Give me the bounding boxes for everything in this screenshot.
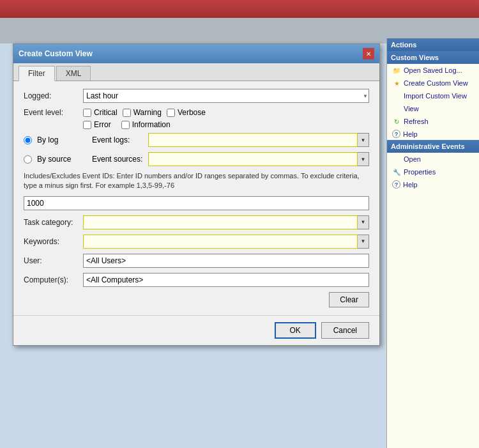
properties-item[interactable]: 🔧 Properties xyxy=(387,166,479,178)
event-level-row1: Event level: Critical Warning Verbose xyxy=(24,108,369,117)
event-logs-input[interactable] xyxy=(148,133,358,147)
critical-checkbox-group: Critical xyxy=(83,108,118,117)
cancel-button[interactable]: Cancel xyxy=(321,322,369,339)
computers-row: Computer(s): xyxy=(24,273,369,287)
user-label: User: xyxy=(24,256,78,265)
task-category-dropdown-btn[interactable]: ▼ xyxy=(358,215,369,229)
critical-checkbox[interactable] xyxy=(83,109,91,117)
view-label: View xyxy=(404,105,419,112)
event-id-input[interactable] xyxy=(24,196,369,210)
event-sources-dropdown-btn[interactable]: ▼ xyxy=(358,152,369,166)
event-logs-wrapper: ▼ xyxy=(148,133,369,147)
event-logs-label: Event logs: xyxy=(92,135,143,144)
logged-select-wrapper: Last hour Any time Last 12 hours Last 24… xyxy=(83,89,369,103)
dialog-title: Create Custom View xyxy=(19,49,93,58)
tab-xml[interactable]: XML xyxy=(56,66,91,81)
warning-checkbox-group: Warning xyxy=(123,108,162,117)
verbose-checkbox[interactable] xyxy=(167,109,175,117)
by-log-row: By log Event logs: ▼ xyxy=(24,133,369,147)
help-icon-2: ? xyxy=(392,180,400,189)
keywords-input[interactable] xyxy=(83,235,358,249)
user-input[interactable] xyxy=(83,254,369,268)
event-level-row2: Error Information xyxy=(83,120,369,129)
tab-filter[interactable]: Filter xyxy=(19,66,55,81)
admin-events-section: Administrative Events Open 🔧 Properties … xyxy=(387,140,479,190)
admin-events-header: Administrative Events xyxy=(387,140,479,153)
dialog-titlebar: Create Custom View ✕ xyxy=(13,44,379,63)
information-checkbox-group: Information xyxy=(121,120,171,129)
open-item[interactable]: Open xyxy=(387,153,479,166)
by-source-row: By source Event sources: ▼ xyxy=(24,152,369,166)
logged-select[interactable]: Last hour Any time Last 12 hours Last 24… xyxy=(83,89,369,103)
refresh-label: Refresh xyxy=(404,118,429,125)
actions-header: Actions xyxy=(387,38,479,51)
by-source-label: By source xyxy=(37,155,87,164)
ok-button[interactable]: OK xyxy=(275,322,316,339)
properties-icon: 🔧 xyxy=(392,167,401,176)
critical-label: Critical xyxy=(94,108,118,117)
star-icon: ★ xyxy=(392,79,401,88)
help-label-1: Help xyxy=(403,130,418,138)
error-checkbox-group: Error xyxy=(83,120,111,129)
task-category-label: Task category: xyxy=(24,218,78,227)
task-category-input[interactable] xyxy=(83,215,358,229)
dialog-footer: OK Cancel xyxy=(13,315,379,345)
view-icon xyxy=(392,104,401,113)
log-source-section: By log Event logs: ▼ By source Event sou… xyxy=(24,133,369,166)
refresh-icon: ↻ xyxy=(392,117,401,126)
folder-icon: 📁 xyxy=(392,66,401,75)
create-custom-view-item[interactable]: ★ Create Custom View xyxy=(387,77,479,89)
warning-checkbox[interactable] xyxy=(123,109,131,117)
open-icon xyxy=(392,155,401,164)
open-saved-log-item[interactable]: 📁 Open Saved Log... xyxy=(387,64,479,77)
description-text: Includes/Excludes Event IDs: Enter ID nu… xyxy=(24,171,369,191)
open-saved-log-label: Open Saved Log... xyxy=(404,66,462,74)
warning-label: Warning xyxy=(133,108,162,117)
by-log-label: By log xyxy=(37,135,87,144)
clear-row: Clear xyxy=(24,292,369,307)
properties-label: Properties xyxy=(404,168,436,176)
event-sources-label: Event sources: xyxy=(92,155,143,164)
event-sources-wrapper: ▼ xyxy=(148,152,369,166)
import-custom-view-label: Import Custom View xyxy=(404,92,467,100)
import-custom-view-item[interactable]: Import Custom View xyxy=(387,89,479,102)
information-label: Information xyxy=(132,120,171,129)
user-row: User: xyxy=(24,254,369,268)
view-item[interactable]: View xyxy=(387,102,479,115)
dialog-body: Logged: Last hour Any time Last 12 hours… xyxy=(13,81,379,315)
refresh-item[interactable]: ↻ Refresh xyxy=(387,115,479,128)
custom-views-header: Custom Views xyxy=(387,51,479,64)
custom-views-section: Custom Views 📁 Open Saved Log... ★ Creat… xyxy=(387,51,479,140)
import-icon xyxy=(392,91,401,100)
create-custom-view-label: Create Custom View xyxy=(404,79,468,87)
create-custom-view-dialog: Create Custom View ✕ Filter XML Logged: … xyxy=(13,43,380,346)
logged-row: Logged: Last hour Any time Last 12 hours… xyxy=(24,89,369,103)
computers-input[interactable] xyxy=(83,273,369,287)
error-label: Error xyxy=(94,120,111,129)
keywords-row: Keywords: ▼ xyxy=(24,235,369,249)
clear-button[interactable]: Clear xyxy=(329,292,369,307)
task-category-wrapper: ▼ xyxy=(83,215,369,229)
dialog-tabs: Filter XML xyxy=(13,63,379,81)
task-category-row: Task category: ▼ xyxy=(24,215,369,229)
dialog-close-button[interactable]: ✕ xyxy=(363,48,374,59)
right-panel: Actions Custom Views 📁 Open Saved Log...… xyxy=(386,38,479,448)
top-bar xyxy=(0,0,479,18)
verbose-checkbox-group: Verbose xyxy=(167,108,206,117)
open-label: Open xyxy=(404,155,421,163)
information-checkbox[interactable] xyxy=(121,121,130,129)
by-log-radio[interactable] xyxy=(24,136,32,144)
help-item-1[interactable]: ? Help xyxy=(387,128,479,140)
help-icon-1: ? xyxy=(392,130,400,138)
help-item-2[interactable]: ? Help xyxy=(387,178,479,190)
keywords-wrapper: ▼ xyxy=(83,235,369,249)
computers-label: Computer(s): xyxy=(24,275,78,284)
keywords-dropdown-btn[interactable]: ▼ xyxy=(358,235,369,249)
event-logs-dropdown-btn[interactable]: ▼ xyxy=(358,133,369,147)
event-sources-input[interactable] xyxy=(148,152,358,166)
verbose-label: Verbose xyxy=(178,108,206,117)
by-source-radio[interactable] xyxy=(24,155,32,164)
keywords-label: Keywords: xyxy=(24,237,78,246)
error-checkbox[interactable] xyxy=(83,121,91,129)
event-level-label: Event level: xyxy=(24,108,78,117)
